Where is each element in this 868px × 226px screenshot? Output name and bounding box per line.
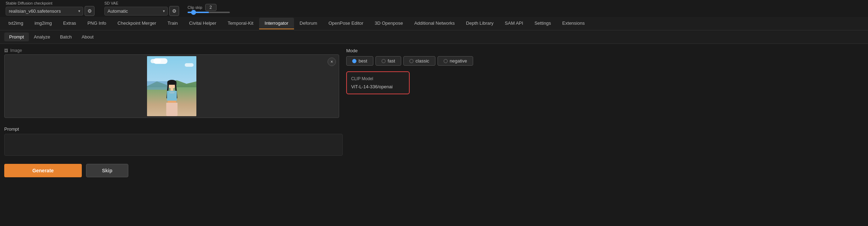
image-panel-icon: 🖼 [4,48,8,53]
tab-settings[interactable]: Settings [529,18,557,29]
image-panel-header: 🖼 Image [4,48,339,53]
sub-tab-analyze[interactable]: Analyze [29,32,55,41]
sub-tab-about[interactable]: About [77,32,98,41]
vae-select-wrap: Automatic ⚙ [104,6,179,16]
checkpoint-section: Stable Diffusion checkpoint realisian_v6… [6,1,94,16]
mode-label-best: best [359,58,367,64]
mode-btn-classic[interactable]: classic [403,56,435,66]
clip-model-label: CLIP Model [351,76,405,81]
tab-interrogator[interactable]: Interrogator [259,18,294,29]
mode-radio-fast [381,59,386,63]
tab-png-info[interactable]: PNG Info [82,18,112,29]
tab-extensions[interactable]: Extensions [557,18,591,29]
tab-additional-networks[interactable]: Additional Networks [409,18,460,29]
image-close-btn[interactable]: × [328,58,336,66]
close-icon: × [330,59,333,64]
mode-radio-best [352,59,356,63]
clip-model-value: ViT-L-14-336/openai [351,84,405,89]
image-panel: 🖼 Image × [4,48,339,118]
tab-checkpoint-merger[interactable]: Checkpoint Merger [112,18,162,29]
tab-train[interactable]: Train [162,18,183,29]
clip-model-box: CLIP Model ViT-L-14-336/openai [346,71,410,94]
tab-deforum[interactable]: Deforum [294,18,323,29]
tab-sam-api[interactable]: SAM API [499,18,529,29]
image-drop-area[interactable]: × [4,54,339,118]
tab-txt2img[interactable]: txt2img [3,18,29,29]
vae-select[interactable]: Automatic [104,7,168,16]
tab-img2img[interactable]: img2img [29,18,57,29]
main-tab-nav: txt2img img2img Extras PNG Info Checkpoi… [0,17,868,30]
checkpoint-select-wrap: realisian_v60.safetensors ⚙ [6,6,94,16]
mode-btn-best[interactable]: best [346,56,373,66]
mode-btn-negative[interactable]: negative [438,56,473,66]
mode-panel: Mode best fast classic negative CLIP Mod… [346,48,558,118]
image-panel-label: Image [10,48,22,53]
prompt-textarea[interactable] [4,134,343,156]
sub-tab-prompt[interactable]: Prompt [4,32,29,41]
clip-skip-label: Clip skip [188,5,202,10]
mode-radio-classic [409,59,414,63]
vae-settings-btn[interactable]: ⚙ [169,6,179,16]
skip-button[interactable]: Skip [86,164,128,177]
checkpoint-select[interactable]: realisian_v60.safetensors [6,7,83,16]
clip-skip-slider-container [188,12,230,13]
mode-radio-negative [444,59,448,63]
vae-label: SD VAE [104,1,179,5]
vae-settings-icon: ⚙ [172,8,177,14]
sub-tab-nav: Prompt Analyze Batch About [0,30,868,44]
tab-extras[interactable]: Extras [57,18,82,29]
mode-label-negative: negative [450,58,467,64]
mode-label-classic: classic [416,58,429,64]
mode-buttons: best fast classic negative [346,56,558,66]
image-preview [147,56,196,116]
prompt-label: Prompt [4,126,864,132]
clip-skip-area: Clip skip 2 [188,4,230,13]
generate-button[interactable]: Generate [4,164,82,177]
clip-skip-slider[interactable] [188,12,230,13]
tab-temporal-kit[interactable]: Temporal-Kit [222,18,259,29]
top-bar: Stable Diffusion checkpoint realisian_v6… [0,0,868,17]
sub-tab-batch[interactable]: Batch [55,32,77,41]
figure [162,81,182,116]
tab-civitai-helper[interactable]: Civitai Helper [183,18,222,29]
mode-label: Mode [346,48,558,53]
settings-icon: ⚙ [87,8,92,14]
checkpoint-select-wrapper: realisian_v60.safetensors [6,7,83,16]
vae-section: SD VAE Automatic ⚙ [104,1,179,16]
tab-openpose-editor[interactable]: OpenPose Editor [323,18,369,29]
main-content: 🖼 Image × [0,44,868,122]
checkpoint-settings-btn[interactable]: ⚙ [85,6,94,16]
mode-btn-fast[interactable]: fast [375,56,401,66]
action-bar: Generate Skip [0,161,868,180]
tab-depth-library[interactable]: Depth Library [460,18,499,29]
checkpoint-label: Stable Diffusion checkpoint [6,1,94,5]
prompt-section: Prompt [0,122,868,161]
vae-select-wrapper: Automatic [104,7,168,16]
mode-label-fast: fast [388,58,395,64]
tab-3d-openpose[interactable]: 3D Openpose [369,18,409,29]
right-panel [558,48,868,118]
